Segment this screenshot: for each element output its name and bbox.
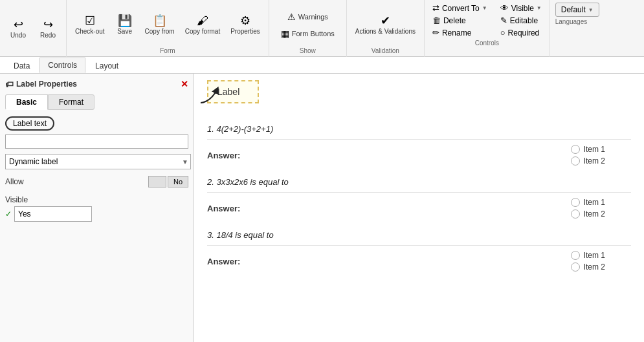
delete-label: Delete [443, 16, 466, 25]
radio-circle-2-2[interactable] [571, 209, 580, 219]
toolbar: ↩ Undo ↪ Redo ☑ Check-out 💾 Save 📋 Copy … [0, 0, 644, 57]
answer-row-1: Answer: Item 1 Item 2 [207, 145, 631, 166]
required-icon: ○ [500, 28, 505, 37]
tab-data[interactable]: Data [5, 58, 38, 73]
sub-tab-basic[interactable]: Basic [5, 94, 48, 110]
save-button[interactable]: 💾 Save [111, 12, 139, 38]
close-button[interactable]: ✕ [181, 79, 188, 89]
lang-arrow: ▼ [588, 7, 594, 13]
allow-label: Allow [5, 177, 24, 186]
radio-circle-2-1[interactable] [571, 198, 580, 207]
form-buttons-icon: ▦ [281, 28, 289, 39]
visible-arrow: ▼ [537, 5, 542, 11]
no-button[interactable]: No [168, 176, 188, 187]
languages-group-label: Languages [555, 18, 588, 25]
divider-2 [207, 192, 631, 193]
question-3-text: 3. 18/4 is equal to [207, 230, 631, 240]
label-box-container: Label [207, 80, 631, 114]
radio-circle-1-1[interactable] [571, 145, 580, 154]
radio-item-1-1[interactable]: Item 1 [571, 145, 605, 154]
label-text-row: Label text [5, 116, 188, 131]
undo-redo-buttons: ↩ Undo ↪ Redo [4, 3, 62, 54]
form-buttons-row: ☑ Check-out 💾 Save 📋 Copy from 🖌 Copy fo… [71, 3, 265, 47]
default-label: Default [561, 5, 586, 14]
properties-button[interactable]: ⚙ Properties [226, 12, 265, 38]
actions-button-wrap: ✔ Actions & Validations [351, 3, 420, 47]
allow-row: Allow No [5, 175, 188, 189]
properties-icon: ⚙ [240, 15, 250, 27]
label-box: Label [207, 80, 259, 103]
radio-label-1-2: Item 2 [584, 156, 605, 166]
radio-label-3-2: Item 2 [584, 262, 605, 272]
visible-ctrl-icon: 👁 [500, 3, 509, 13]
visible-ctrl-label: Visible [511, 4, 534, 13]
form-group-label: Form [71, 47, 265, 54]
dynamic-label-row: Dynamic label Static label ▼ [5, 154, 188, 169]
checkout-button[interactable]: ☑ Check-out [71, 12, 109, 38]
form-buttons-label: Form Buttons [292, 30, 335, 37]
tab-layout[interactable]: Layout [87, 58, 127, 73]
languages-group: Default ▼ Languages [550, 0, 605, 57]
visible-select-wrap: ✓ Yes No [5, 206, 188, 222]
visible-ctrl-button[interactable]: 👁 Visible ▼ [498, 3, 544, 14]
label-text-circled: Label text [5, 116, 54, 131]
checkmark-icon: ✓ [5, 209, 12, 219]
radio-label-3-1: Item 1 [584, 251, 605, 260]
copy-format-button[interactable]: 🖌 Copy format [181, 12, 225, 38]
tab-controls[interactable]: Controls [39, 58, 85, 73]
radio-item-1-2[interactable]: Item 2 [571, 156, 605, 166]
radio-item-3-1[interactable]: Item 1 [571, 251, 605, 260]
ribbon-tabs: Data Controls Layout [0, 57, 644, 74]
visible-select[interactable]: Yes No [14, 206, 92, 222]
rename-icon: ✏ [432, 28, 439, 37]
default-language-button[interactable]: Default ▼ [555, 3, 599, 17]
copy-format-icon: 🖌 [197, 15, 208, 27]
properties-label: Properties [230, 28, 260, 35]
radio-circle-3-2[interactable] [571, 262, 580, 272]
rename-label: Rename [442, 28, 471, 37]
show-buttons: ⚠ Warnings ▦ Form Buttons [273, 3, 342, 47]
radio-item-2-1[interactable]: Item 1 [571, 198, 605, 207]
form-group: ☑ Check-out 💾 Save 📋 Copy from 🖌 Copy fo… [67, 0, 269, 57]
required-button[interactable]: ○ Required [498, 27, 544, 38]
radio-circle-1-2[interactable] [571, 156, 580, 166]
left-panel: 🏷 Label Properties ✕ Basic Format Label … [0, 74, 194, 342]
question-2-text: 2. 3x3x2x6 is equal to [207, 177, 631, 187]
copy-format-label: Copy format [185, 28, 220, 35]
convert-to-label: Convert To [442, 4, 480, 13]
radio-label-2-1: Item 1 [584, 198, 605, 207]
rename-button[interactable]: ✏ Rename [430, 27, 490, 38]
answer-3-label: Answer: [207, 257, 259, 266]
radio-item-2-2[interactable]: Item 2 [571, 209, 605, 219]
answer-row-3: Answer: Item 1 Item 2 [207, 251, 631, 272]
required-label: Required [508, 28, 540, 37]
answer-1-label: Answer: [207, 151, 259, 160]
undo-button[interactable]: ↩ Undo [4, 16, 32, 42]
delete-button[interactable]: 🗑 Delete [430, 15, 490, 26]
copy-from-button[interactable]: 📋 Copy from [140, 12, 179, 38]
radio-item-3-2[interactable]: Item 2 [571, 262, 605, 272]
copy-from-label: Copy from [145, 28, 175, 35]
radio-circle-3-1[interactable] [571, 251, 580, 260]
convert-icon: ⇄ [432, 3, 439, 13]
properties-panel: 🏷 Label Properties ✕ Basic Format Label … [0, 74, 194, 342]
allow-toggle-checkbox[interactable] [148, 176, 166, 187]
editable-button[interactable]: ✎ Editable [498, 15, 544, 26]
convert-to-button[interactable]: ⇄ Convert To ▼ [430, 3, 490, 14]
form-buttons-button[interactable]: ▦ Form Buttons [275, 26, 340, 41]
dynamic-label-select[interactable]: Dynamic label Static label [5, 154, 191, 169]
panel-title-text: Label Properties [16, 80, 77, 89]
undo-icon: ↩ [14, 19, 23, 30]
warnings-button[interactable]: ⚠ Warnings [282, 9, 334, 25]
sub-tab-format[interactable]: Format [48, 94, 94, 110]
label-input[interactable] [5, 134, 188, 149]
divider-3 [207, 245, 631, 246]
undo-label: Undo [10, 32, 26, 39]
checkout-label: Check-out [75, 28, 105, 35]
actions-validations-button[interactable]: ✔ Actions & Validations [351, 12, 420, 38]
redo-button[interactable]: ↪ Redo [34, 16, 62, 42]
controls-group-label: Controls [430, 39, 544, 47]
controls-group: ⇄ Convert To ▼ 🗑 Delete ✏ Rename 👁 Visib… [425, 0, 550, 57]
question-1-text: 1. 4(2+2)-(3+2+1) [207, 124, 631, 134]
validation-group: ✔ Actions & Validations Validation [347, 0, 425, 57]
